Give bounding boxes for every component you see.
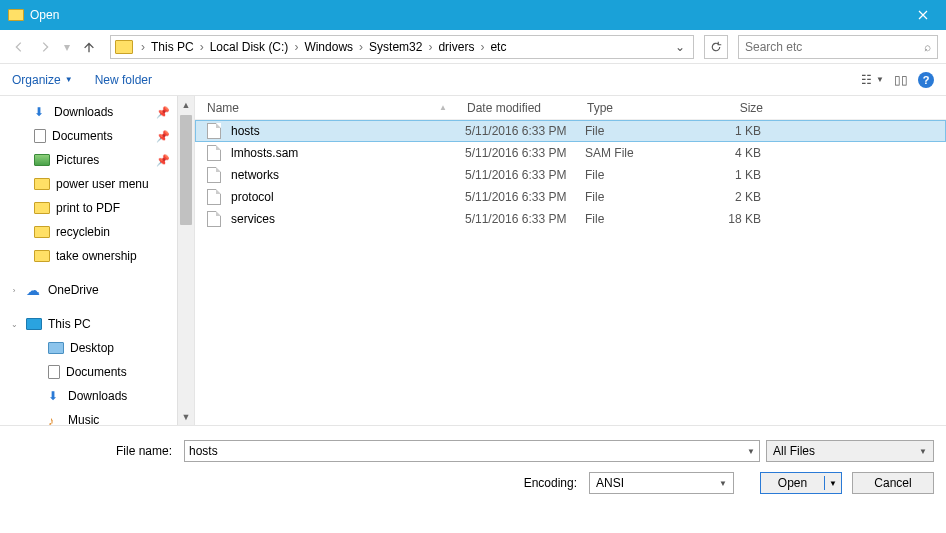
file-type-filter[interactable]: All Files▼ — [766, 440, 934, 462]
recent-dropdown[interactable]: ▾ — [60, 36, 74, 58]
forward-button[interactable] — [34, 36, 56, 58]
folder-icon — [34, 250, 50, 262]
sidebar-item-recyclebin[interactable]: recyclebin — [0, 220, 194, 244]
search-icon: ⌕ — [924, 40, 931, 54]
sidebar-label: Downloads — [54, 105, 113, 119]
desktop-icon — [48, 342, 64, 354]
sidebar-item-downloads[interactable]: ⬇Downloads📌 — [0, 100, 194, 124]
address-bar[interactable]: › This PC › Local Disk (C:) › Windows › … — [110, 35, 694, 59]
cancel-button[interactable]: Cancel — [852, 472, 934, 494]
help-button[interactable]: ? — [918, 72, 934, 88]
file-row[interactable]: lmhosts.sam5/11/2016 6:33 PMSAM File4 KB — [195, 142, 946, 164]
back-button[interactable] — [8, 36, 30, 58]
scroll-down-button[interactable]: ▼ — [178, 408, 194, 425]
column-name[interactable]: Name▲ — [207, 101, 467, 115]
file-name: lmhosts.sam — [231, 146, 465, 160]
sidebar-item-powerusermenu[interactable]: power user menu — [0, 172, 194, 196]
open-button[interactable]: Open ▼ — [760, 472, 842, 494]
sidebar-label: Pictures — [56, 153, 99, 167]
sidebar-item-downloads2[interactable]: ⬇Downloads — [0, 384, 194, 408]
collapse-icon[interactable]: ⌄ — [8, 320, 20, 329]
file-icon — [207, 189, 221, 205]
file-size: 4 KB — [695, 146, 775, 160]
sidebar-item-takeownership[interactable]: take ownership — [0, 244, 194, 268]
scroll-track[interactable] — [178, 227, 194, 408]
file-list: hosts5/11/2016 6:33 PMFile1 KBlmhosts.sa… — [195, 120, 946, 230]
address-dropdown[interactable]: ⌄ — [671, 40, 689, 54]
pin-icon: 📌 — [156, 130, 170, 143]
document-icon — [48, 365, 60, 379]
scroll-up-button[interactable]: ▲ — [178, 96, 194, 113]
file-type: File — [585, 190, 695, 204]
chevron-right-icon: › — [137, 40, 149, 54]
column-type[interactable]: Type — [587, 101, 697, 115]
file-icon — [207, 123, 221, 139]
download-icon: ⬇ — [48, 389, 62, 403]
file-type: SAM File — [585, 146, 695, 160]
sidebar-item-printtopdf[interactable]: print to PDF — [0, 196, 194, 220]
sidebar-item-desktop[interactable]: Desktop — [0, 336, 194, 360]
open-split-dropdown[interactable]: ▼ — [825, 479, 841, 488]
column-date[interactable]: Date modified — [467, 101, 587, 115]
expand-icon[interactable]: › — [8, 286, 20, 295]
sidebar-label: Desktop — [70, 341, 114, 355]
file-icon — [207, 211, 221, 227]
sidebar-item-documents[interactable]: Documents📌 — [0, 124, 194, 148]
view-options[interactable]: ☷▼ — [861, 73, 884, 87]
filename-input[interactable] — [189, 444, 747, 458]
sidebar-item-music[interactable]: ♪Music — [0, 408, 194, 425]
file-row[interactable]: networks5/11/2016 6:33 PMFile1 KB — [195, 164, 946, 186]
chevron-right-icon: › — [476, 40, 488, 54]
breadcrumb-segment[interactable]: drivers — [438, 40, 474, 54]
breadcrumb-segment[interactable]: This PC — [151, 40, 194, 54]
organize-menu[interactable]: Organize▼ — [12, 73, 73, 87]
file-date: 5/11/2016 6:33 PM — [465, 168, 585, 182]
file-size: 1 KB — [695, 124, 775, 138]
filename-field[interactable]: ▼ — [184, 440, 760, 462]
breadcrumb-segment[interactable]: Local Disk (C:) — [210, 40, 289, 54]
column-size[interactable]: Size — [697, 101, 777, 115]
breadcrumb-segment[interactable]: Windows — [304, 40, 353, 54]
open-button-label: Open — [761, 476, 825, 490]
sidebar-label: OneDrive — [48, 283, 99, 297]
file-size: 1 KB — [695, 168, 775, 182]
file-row[interactable]: services5/11/2016 6:33 PMFile18 KB — [195, 208, 946, 230]
sidebar-scrollbar[interactable]: ▲ ▼ — [177, 96, 194, 425]
refresh-button[interactable] — [704, 35, 728, 59]
download-icon: ⬇ — [34, 105, 48, 119]
breadcrumb-segment[interactable]: etc — [490, 40, 506, 54]
new-folder-button[interactable]: New folder — [95, 73, 152, 87]
sidebar-item-onedrive[interactable]: ›☁OneDrive — [0, 278, 194, 302]
close-icon — [918, 10, 928, 20]
search-input[interactable] — [745, 40, 924, 54]
chevron-down-icon: ▼ — [876, 75, 884, 84]
folder-icon — [34, 226, 50, 238]
cloud-icon: ☁ — [26, 284, 42, 296]
close-button[interactable] — [900, 0, 946, 30]
sidebar-item-documents2[interactable]: Documents — [0, 360, 194, 384]
music-icon: ♪ — [48, 414, 62, 425]
folder-icon — [34, 178, 50, 190]
body: ⬇Downloads📌 Documents📌 Pictures📌 power u… — [0, 96, 946, 425]
folder-icon — [34, 202, 50, 214]
file-row[interactable]: hosts5/11/2016 6:33 PMFile1 KB — [195, 120, 946, 142]
file-type: File — [585, 212, 695, 226]
toolbar: Organize▼ New folder ☷▼ ▯▯ ? — [0, 64, 946, 96]
chevron-down-icon[interactable]: ▼ — [747, 447, 755, 456]
sidebar-label: recyclebin — [56, 225, 110, 239]
sidebar-label: Music — [68, 413, 99, 425]
navbar: ▾ › This PC › Local Disk (C:) › Windows … — [0, 30, 946, 64]
preview-pane-button[interactable]: ▯▯ — [894, 73, 908, 87]
chevron-down-icon: ▼ — [919, 447, 927, 456]
filter-label: All Files — [773, 444, 815, 458]
scroll-thumb[interactable] — [180, 115, 192, 225]
breadcrumb-segment[interactable]: System32 — [369, 40, 422, 54]
sidebar-item-pictures[interactable]: Pictures📌 — [0, 148, 194, 172]
sidebar-label: take ownership — [56, 249, 137, 263]
file-row[interactable]: protocol5/11/2016 6:33 PMFile2 KB — [195, 186, 946, 208]
encoding-select[interactable]: ANSI▼ — [589, 472, 734, 494]
sidebar-item-thispc[interactable]: ⌄This PC — [0, 312, 194, 336]
chevron-down-icon: ▼ — [719, 479, 727, 488]
search-box[interactable]: ⌕ — [738, 35, 938, 59]
up-button[interactable] — [78, 36, 100, 58]
